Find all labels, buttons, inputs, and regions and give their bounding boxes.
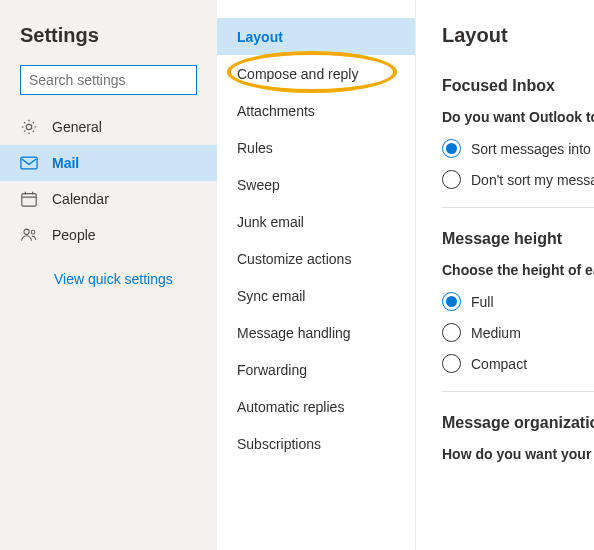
- divider: [442, 391, 594, 392]
- subnav-label: Sweep: [237, 177, 280, 193]
- nav-item-mail[interactable]: Mail: [0, 145, 217, 181]
- subnav-sweep[interactable]: Sweep: [217, 166, 415, 203]
- subnav-rules[interactable]: Rules: [217, 129, 415, 166]
- message-organization-prompt: How do you want your m: [442, 446, 594, 462]
- message-height-prompt: Choose the height of ea: [442, 262, 594, 278]
- subnav-compose-and-reply[interactable]: Compose and reply: [217, 55, 415, 92]
- radio-height-medium[interactable]: Medium: [442, 323, 594, 342]
- subnav-layout[interactable]: Layout: [217, 18, 415, 55]
- subnav-label: Rules: [237, 140, 273, 156]
- subnav-forwarding[interactable]: Forwarding: [217, 351, 415, 388]
- view-quick-settings-link[interactable]: View quick settings: [0, 253, 217, 287]
- subnav-message-handling[interactable]: Message handling: [217, 314, 415, 351]
- subnav-label: Forwarding: [237, 362, 307, 378]
- radio-icon: [442, 139, 461, 158]
- radio-dont-sort[interactable]: Don't sort my messag: [442, 170, 594, 189]
- svg-rect-2: [22, 194, 36, 207]
- message-height-heading: Message height: [442, 230, 594, 248]
- nav-item-people[interactable]: People: [0, 217, 217, 253]
- subnav-subscriptions[interactable]: Subscriptions: [217, 425, 415, 462]
- radio-label: Medium: [471, 325, 521, 341]
- panel-title: Layout: [442, 24, 594, 47]
- focused-inbox-prompt: Do you want Outlook to: [442, 109, 594, 125]
- radio-icon: [442, 354, 461, 373]
- layout-panel: Layout Focused Inbox Do you want Outlook…: [416, 0, 594, 550]
- radio-icon: [442, 170, 461, 189]
- svg-point-4: [31, 230, 35, 234]
- subnav-label: Message handling: [237, 325, 351, 341]
- divider: [442, 207, 594, 208]
- subnav-sync-email[interactable]: Sync email: [217, 277, 415, 314]
- gear-icon: [20, 118, 38, 136]
- nav-item-general[interactable]: General: [0, 109, 217, 145]
- subnav-label: Junk email: [237, 214, 304, 230]
- nav-label: People: [52, 227, 96, 243]
- people-icon: [20, 227, 38, 243]
- nav-label: Mail: [52, 155, 79, 171]
- search-input[interactable]: [20, 65, 197, 95]
- subnav-label: Attachments: [237, 103, 315, 119]
- radio-label: Sort messages into F: [471, 141, 594, 157]
- nav-item-calendar[interactable]: Calendar: [0, 181, 217, 217]
- nav-label: General: [52, 119, 102, 135]
- calendar-icon: [20, 190, 38, 208]
- settings-sidebar: Settings General Mail Calendar: [0, 0, 217, 550]
- svg-point-3: [24, 229, 29, 234]
- message-organization-heading: Message organizatio: [442, 414, 594, 432]
- radio-icon: [442, 292, 461, 311]
- subnav-label: Sync email: [237, 288, 305, 304]
- subnav-customize-actions[interactable]: Customize actions: [217, 240, 415, 277]
- subnav-label: Layout: [237, 29, 283, 45]
- svg-point-0: [26, 124, 31, 129]
- nav-label: Calendar: [52, 191, 109, 207]
- settings-title: Settings: [0, 24, 217, 65]
- svg-rect-1: [21, 157, 37, 169]
- mail-subnav: Layout Compose and reply Attachments Rul…: [217, 0, 416, 550]
- subnav-attachments[interactable]: Attachments: [217, 92, 415, 129]
- radio-label: Compact: [471, 356, 527, 372]
- radio-label: Don't sort my messag: [471, 172, 594, 188]
- radio-label: Full: [471, 294, 494, 310]
- subnav-label: Subscriptions: [237, 436, 321, 452]
- subnav-label: Customize actions: [237, 251, 351, 267]
- radio-sort-focused[interactable]: Sort messages into F: [442, 139, 594, 158]
- mail-icon: [20, 156, 38, 170]
- radio-height-compact[interactable]: Compact: [442, 354, 594, 373]
- subnav-label: Automatic replies: [237, 399, 344, 415]
- focused-inbox-heading: Focused Inbox: [442, 77, 594, 95]
- radio-height-full[interactable]: Full: [442, 292, 594, 311]
- subnav-label: Compose and reply: [237, 66, 358, 82]
- subnav-automatic-replies[interactable]: Automatic replies: [217, 388, 415, 425]
- radio-icon: [442, 323, 461, 342]
- subnav-junk-email[interactable]: Junk email: [217, 203, 415, 240]
